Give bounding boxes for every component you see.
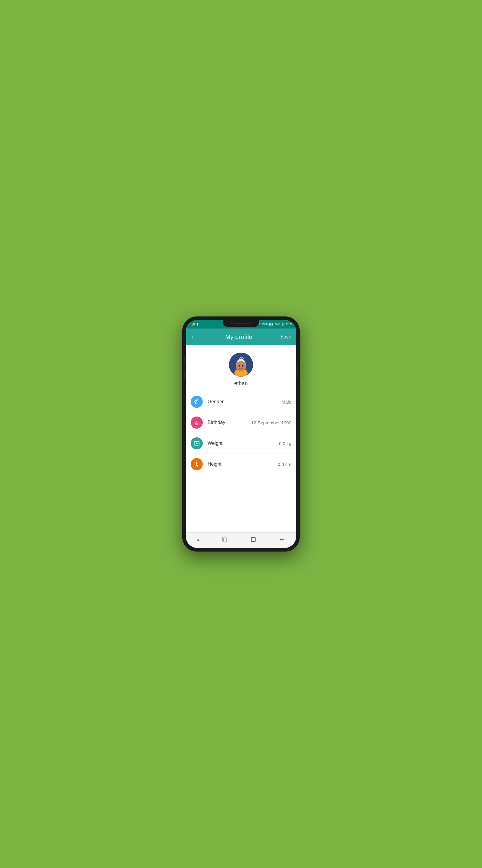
- t-icon: T: [196, 323, 198, 326]
- height-icon: [191, 458, 203, 470]
- dot-button[interactable]: •: [195, 534, 201, 546]
- signal-icon: ▮▮▮: [269, 323, 273, 326]
- speaker: [235, 323, 247, 324]
- phone-notch: [223, 320, 259, 327]
- profile-list: ⚥ Gender Male 🎂 Birthday 12-September-19…: [186, 392, 296, 532]
- svg-point-5: [242, 365, 244, 367]
- home-button[interactable]: [248, 534, 259, 547]
- sensor: [249, 322, 251, 324]
- svg-rect-21: [224, 538, 227, 542]
- vol-up-button: [184, 355, 185, 367]
- phone-screen: f 🔑 T ✦ 🔇 WiFi ▮▮▮ 66% 🔋 12:31 ← My prof…: [186, 320, 296, 548]
- app-bar: ← My profile Save: [186, 329, 296, 345]
- bottom-navigation: •: [186, 532, 296, 548]
- weight-row[interactable]: Weight 0.0 kg: [186, 433, 296, 454]
- status-left-icons: f 🔑 T: [190, 323, 198, 326]
- birthday-icon: 🎂: [191, 416, 203, 429]
- back-nav-button[interactable]: [277, 534, 287, 547]
- wifi-icon: WiFi: [262, 323, 267, 326]
- svg-text:⚥: ⚥: [194, 399, 198, 404]
- weight-value: 0.0 kg: [279, 441, 291, 446]
- time-display: 12:31: [286, 323, 292, 326]
- battery-icon: 🔋: [281, 323, 284, 326]
- avatar[interactable]: [229, 352, 253, 377]
- gender-row[interactable]: ⚥ Gender Male: [186, 392, 296, 412]
- save-button[interactable]: Save: [281, 334, 291, 340]
- page-title: My profile: [197, 334, 281, 341]
- svg-point-9: [196, 442, 198, 444]
- status-right-icons: ✦ 🔇 WiFi ▮▮▮ 66% 🔋 12:31: [254, 323, 292, 326]
- avatar-image: [229, 352, 253, 377]
- front-camera: [231, 322, 233, 324]
- power-button: [297, 362, 298, 378]
- birthday-row[interactable]: 🎂 Birthday 12-September-1990: [186, 412, 296, 433]
- svg-text:🎂: 🎂: [194, 421, 199, 426]
- birthday-value: 12-September-1990: [251, 420, 291, 425]
- height-row[interactable]: Height 0.0 cm: [186, 454, 296, 474]
- gender-value: Male: [281, 399, 291, 404]
- recents-button[interactable]: [219, 534, 230, 547]
- back-button[interactable]: ←: [191, 333, 197, 341]
- birthday-label: Birthday: [207, 420, 251, 425]
- phone-frame: f 🔑 T ✦ 🔇 WiFi ▮▮▮ 66% 🔋 12:31 ← My prof…: [182, 316, 300, 552]
- gender-label: Gender: [207, 399, 281, 404]
- weight-label: Weight: [207, 441, 279, 446]
- username-label: ethan: [234, 380, 248, 387]
- svg-rect-22: [251, 537, 255, 541]
- height-value: 0.0 cm: [278, 462, 291, 467]
- vol-down-button: [184, 370, 185, 381]
- main-content: ethan ⚥ Gender Male: [186, 345, 296, 532]
- battery-percent: 66%: [275, 323, 280, 326]
- avatar-section: ethan: [186, 345, 296, 392]
- svg-point-4: [238, 365, 240, 367]
- weight-icon: [191, 437, 203, 450]
- gender-icon: ⚥: [191, 396, 203, 408]
- height-label: Height: [207, 461, 278, 467]
- key-icon: 🔑: [192, 323, 195, 326]
- facebook-icon: f: [190, 323, 190, 326]
